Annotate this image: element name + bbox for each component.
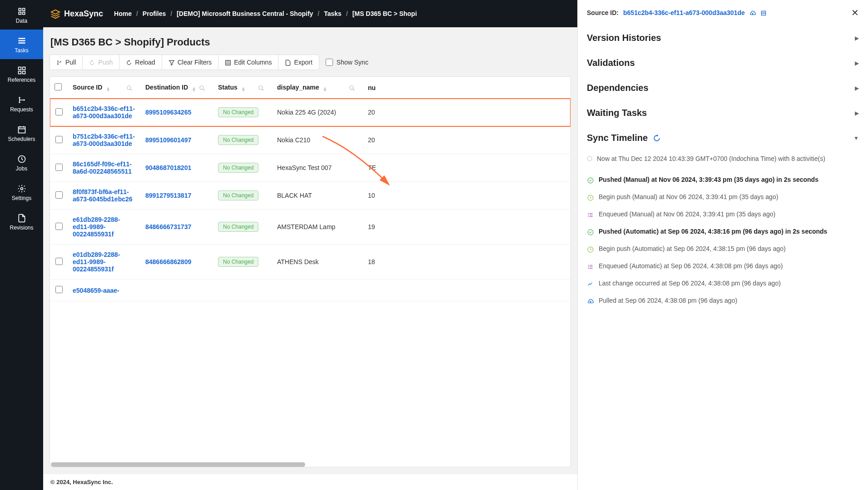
table-row[interactable]: b751c2b4-336c-ef11-a673-000d3aa301de 899… xyxy=(50,126,570,154)
export-button[interactable]: Export xyxy=(278,55,318,70)
data-table-container[interactable]: Source ID ▲▼ Destination ID ▲▼ xyxy=(50,76,571,467)
breadcrumb-home[interactable]: Home xyxy=(114,10,132,17)
source-id-link[interactable]: 86c165df-f09c-ef11-8a6d-002248565511 xyxy=(73,160,132,175)
breadcrumb-profile[interactable]: [DEMO] Microsoft Business Central - Shop… xyxy=(177,10,313,17)
destination-id-link[interactable]: 9048687018201 xyxy=(145,164,191,171)
nav-tasks[interactable]: Tasks xyxy=(0,30,43,59)
queue-icon xyxy=(587,211,594,219)
row-checkbox[interactable] xyxy=(55,191,63,199)
svg-point-25 xyxy=(588,216,589,217)
status-badge: No Changed xyxy=(218,107,258,117)
show-sync-toggle[interactable]: Show Sync xyxy=(326,59,368,66)
nu-cell: 10 xyxy=(363,182,570,210)
table-row[interactable]: b651c2b4-336c-ef11-a673-000d3aa301de 899… xyxy=(50,99,570,126)
svg-rect-6 xyxy=(22,71,25,74)
nav-settings[interactable]: Settings xyxy=(0,177,43,207)
svg-point-7 xyxy=(19,97,20,98)
destination-id-link[interactable]: 8991279513817 xyxy=(145,192,191,199)
logo[interactable]: HexaSync xyxy=(50,8,103,20)
chart-icon xyxy=(587,280,594,288)
now-dot-icon xyxy=(587,156,592,161)
table-row[interactable]: e01db289-2288-ed11-9989-00224855931f 848… xyxy=(50,245,570,280)
sort-icon: ▲▼ xyxy=(323,87,327,91)
table-row[interactable]: 86c165df-f09c-ef11-8a6d-002248565511 904… xyxy=(50,154,570,182)
svg-point-14 xyxy=(57,64,58,65)
nav-data[interactable]: Data ▶ xyxy=(0,0,43,30)
search-icon[interactable] xyxy=(126,84,133,91)
nav-label: Data xyxy=(16,18,27,24)
reload-button[interactable]: Reload xyxy=(119,55,162,70)
display-name-cell: Nokia 225 4G (2024) xyxy=(273,99,363,126)
nav-schedulers[interactable]: Schedulers xyxy=(0,118,43,148)
timeline-text: Pulled at Sep 06 2024, 4:38:08 pm (96 da… xyxy=(599,297,737,304)
timeline-text: Enqueued (Automatic) at Sep 06 2024, 4:3… xyxy=(599,262,783,270)
search-icon[interactable] xyxy=(349,84,355,91)
nav-revisions[interactable]: Revisions xyxy=(0,207,43,236)
row-checkbox[interactable] xyxy=(55,286,63,293)
destination-id-link[interactable]: 8995109601497 xyxy=(145,136,191,144)
nav-references[interactable]: References xyxy=(0,59,43,89)
breadcrumb-profiles[interactable]: Profiles xyxy=(143,10,166,17)
search-icon[interactable] xyxy=(199,84,205,91)
nav-requests[interactable]: Requests xyxy=(0,89,43,118)
destination-id-link[interactable]: 8486666731737 xyxy=(145,223,191,230)
source-id-link[interactable]: b651c2b4-336c-ef11-a673-000d3aa301de xyxy=(73,105,135,120)
nav-label: Revisions xyxy=(10,225,33,231)
timeline-entry: Pulled at Sep 06 2024, 4:38:08 pm (96 da… xyxy=(587,292,859,310)
svg-rect-0 xyxy=(18,38,25,39)
col-destination-id[interactable]: Destination ID ▲▼ xyxy=(141,77,213,99)
refresh-icon[interactable] xyxy=(652,133,661,143)
svg-point-26 xyxy=(588,230,593,235)
clear-filters-button[interactable]: Clear Filters xyxy=(162,55,218,70)
timeline-text: Begin push (Manual) at Nov 06 2024, 3:39… xyxy=(599,193,778,200)
show-sync-checkbox[interactable] xyxy=(326,59,333,66)
nu-cell: 20 xyxy=(363,126,570,154)
search-icon[interactable] xyxy=(258,84,264,91)
svg-rect-20 xyxy=(761,11,765,15)
logo-icon xyxy=(50,8,60,20)
row-checkbox[interactable] xyxy=(55,223,63,230)
destination-id-link[interactable]: 8995109634265 xyxy=(145,109,191,116)
col-display-name[interactable]: display_name ▲▼ xyxy=(273,77,363,99)
list-icon[interactable] xyxy=(760,9,767,16)
topbar: HexaSync Home / Profiles / [DEMO] Micros… xyxy=(43,0,577,27)
row-checkbox[interactable] xyxy=(55,164,63,171)
timeline-entry: Enqueued (Manual) at Nov 06 2024, 3:39:4… xyxy=(587,206,859,223)
section-version-histories[interactable]: Version Histories ▶ xyxy=(587,25,859,50)
col-nu[interactable]: nu xyxy=(363,77,570,99)
horizontal-scrollbar[interactable] xyxy=(51,462,305,467)
destination-id-link[interactable]: 8486666862809 xyxy=(145,258,191,265)
col-source-id[interactable]: Source ID ▲▼ xyxy=(68,77,141,99)
section-waiting-tasks[interactable]: Waiting Tasks ▶ xyxy=(587,100,859,125)
push-button: Push xyxy=(83,55,119,70)
row-checkbox[interactable] xyxy=(55,258,63,265)
section-dependencies[interactable]: Dependencies ▶ xyxy=(587,75,859,100)
source-id-link[interactable]: b651c2b4-336c-ef11-a673-000d3aa301de xyxy=(623,9,745,16)
source-id-link[interactable]: b751c2b4-336c-ef11-a673-000d3aa301de xyxy=(73,133,135,147)
display-name-cell: Nokia C210 xyxy=(273,126,363,154)
section-validations[interactable]: Validations ▶ xyxy=(587,50,859,75)
close-icon[interactable]: ✕ xyxy=(851,7,859,18)
source-id-link[interactable]: e01db289-2288-ed11-9989-00224855931f xyxy=(73,251,120,273)
logo-text: HexaSync xyxy=(64,9,103,19)
breadcrumb-tasks[interactable]: Tasks xyxy=(324,10,342,17)
timeline-entry: Enqueued (Automatic) at Sep 06 2024, 4:3… xyxy=(587,258,859,275)
source-id-link[interactable]: e61db289-2288-ed11-9989-00224855931f xyxy=(73,216,120,238)
svg-point-24 xyxy=(588,215,589,215)
table-row[interactable]: e5048659-aaae- xyxy=(50,280,570,301)
section-sync-timeline[interactable]: Sync Timeline ▼ xyxy=(587,125,859,150)
nav-jobs[interactable]: Jobs xyxy=(0,148,43,177)
row-checkbox[interactable] xyxy=(55,136,63,143)
pull-button[interactable]: Pull xyxy=(50,55,83,70)
select-all-checkbox[interactable] xyxy=(55,83,62,90)
source-id-link[interactable]: e5048659-aaae- xyxy=(73,287,119,294)
row-checkbox[interactable] xyxy=(55,108,63,115)
col-status[interactable]: Status ▲▼ xyxy=(213,77,273,99)
table-row[interactable]: 8f0f873f-bf6a-ef11-a673-6045bd1ebc26 899… xyxy=(50,182,570,210)
edit-columns-button[interactable]: Edit Columns xyxy=(218,55,278,70)
nav-label: Tasks xyxy=(15,47,29,54)
source-id-link[interactable]: 8f0f873f-bf6a-ef11-a673-6045bd1ebc26 xyxy=(73,188,133,203)
requests-icon xyxy=(17,94,26,105)
table-row[interactable]: e61db289-2288-ed11-9989-00224855931f 848… xyxy=(50,210,570,245)
cloud-download-icon[interactable] xyxy=(749,9,756,16)
